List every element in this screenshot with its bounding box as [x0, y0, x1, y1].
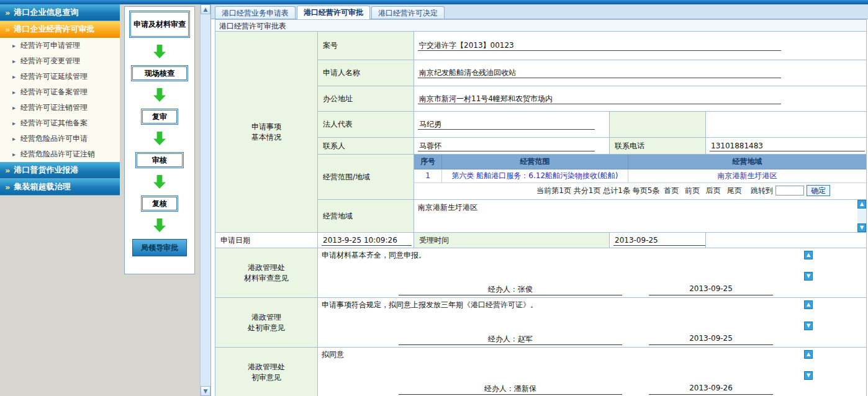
- first-review-opinion-text[interactable]: 申请事项符合规定，拟同意上报发放三年期《港口经营许可证》。 ▲ ▼: [318, 298, 866, 332]
- cell-no: 1: [414, 169, 442, 183]
- sidebar-item-label: 经营许可证注销管理: [20, 102, 88, 113]
- sidebar-item-label: 集装箱超载治理: [14, 181, 70, 192]
- material-review-opinion-row: 港政管理处 材料审查意见 申请材料基本齐全，同意申报。 ▲ ▼ 经办人：张俊 2…: [215, 248, 867, 298]
- opinion-date-field[interactable]: 2013-09-25: [649, 334, 773, 345]
- workflow-zone: 申请及材料审查 现场核查 复审 审核 复核 局领导审批: [120, 4, 200, 396]
- sidebar-item-license-other-filing[interactable]: ▸ 经营许可证其他备案: [0, 115, 120, 131]
- legal-representative-field[interactable]: 马纪勇: [418, 119, 595, 130]
- second-review-opinion-label: 港政管理处 初审意见: [215, 348, 318, 396]
- page-title: 港口经营许可审批表: [215, 19, 867, 32]
- scope-table-row[interactable]: 1 第六类 船舶港口服务：6.12船舶污染物接收(船舶) 南京港新生圩港区: [414, 169, 866, 183]
- jump-confirm-button[interactable]: 确定: [807, 185, 830, 196]
- case-number-label: 案号: [318, 32, 414, 60]
- accept-time-field[interactable]: 2013-09-25: [613, 235, 705, 246]
- flow-step-review[interactable]: 复核: [141, 196, 178, 212]
- tab-license-decision[interactable]: 港口经营许可决定: [371, 6, 445, 19]
- sidebar-item-general-cargo-report[interactable]: » 港口普货作业报港: [0, 162, 120, 179]
- sidebar-item-license-approval-group[interactable]: » 港口企业经营许可审批: [0, 21, 120, 38]
- sidebar-item-license-application-mgmt[interactable]: ▸ 经营许可申请管理: [0, 38, 120, 53]
- sidebar-item-dangerous-goods-cancel[interactable]: ▸ 经营危险品许可证注销: [0, 146, 120, 162]
- scroll-up-icon[interactable]: ▲: [804, 251, 813, 259]
- section-label-basic-info: 申请事项 基本情况: [215, 32, 318, 233]
- pagination-first[interactable]: 首页: [664, 186, 679, 195]
- double-arrow-icon: »: [5, 166, 10, 175]
- operator-field[interactable]: 经办人：张俊: [399, 284, 622, 295]
- pagination-next[interactable]: 后页: [706, 186, 721, 195]
- sidebar-item-label: 港口企业经营许可审批: [14, 24, 94, 35]
- second-review-opinion-text[interactable]: 拟同意 ▲ ▼: [318, 348, 866, 382]
- phone-label: 联系电话: [610, 138, 706, 155]
- scope-row: 经营范围/地域 序号 经营范围 经营地域 1 第六类 船舶港口服务：6.12船舶…: [318, 155, 867, 200]
- accept-time-label: 受理时间: [414, 233, 610, 248]
- scope-table-header: 序号 经营范围 经营地域: [414, 155, 866, 169]
- scroll-down-icon[interactable]: ▼: [804, 322, 813, 330]
- legal-representative-row: 法人代表 马纪勇: [318, 112, 867, 138]
- flow-down-arrow-icon: [153, 45, 166, 58]
- operator-field[interactable]: 经办人：潘新保: [399, 384, 622, 395]
- scroll-up-icon[interactable]: ▲: [201, 4, 210, 14]
- vertical-scrollbar[interactable]: ▲ ▼: [200, 4, 210, 396]
- scrollbar-track[interactable]: [201, 14, 210, 386]
- operator-label: 经办人：: [488, 285, 518, 294]
- sidebar-item-license-renewal-mgmt[interactable]: ▸ 经营许可证延续管理: [0, 69, 120, 84]
- tab-business-application-form[interactable]: 港口经营业务申请表: [215, 6, 296, 19]
- applicant-label: 申请人名称: [318, 60, 414, 86]
- sidebar-filler: [0, 196, 120, 382]
- scroll-down-icon[interactable]: ▼: [857, 223, 866, 232]
- jump-to-label: 跳转到: [751, 186, 773, 196]
- applicant-field[interactable]: 南京纪发船舶清仓残油回收站: [418, 68, 781, 78]
- flow-step-material-review[interactable]: 申请及材料审查: [129, 11, 190, 38]
- scroll-down-icon[interactable]: ▼: [804, 272, 813, 281]
- scroll-down-icon[interactable]: ▼: [201, 386, 210, 396]
- business-area-field[interactable]: 南京港新生圩港区 ▲ ▼: [414, 200, 867, 233]
- flow-step-recheck[interactable]: 复审: [141, 109, 178, 125]
- operator-name: 赵军: [518, 335, 533, 343]
- arrow-bullet-icon: ▸: [12, 120, 16, 127]
- operator-field[interactable]: 经办人：赵军: [399, 334, 622, 345]
- case-number-field[interactable]: 宁交港许字【2013】00123: [418, 40, 781, 51]
- first-review-opinion-row: 港政管理 处初审意见 申请事项符合规定，拟同意上报发放三年期《港口经营许可证》。…: [215, 298, 867, 348]
- flow-down-arrow-icon: [153, 175, 166, 189]
- sidebar-item-dangerous-goods-application[interactable]: ▸ 经营危险品许可申请: [0, 131, 120, 146]
- business-area-label: 经营地域: [318, 200, 414, 233]
- office-address-label: 办公地址: [318, 86, 414, 112]
- material-review-opinion-text[interactable]: 申请材料基本齐全，同意申报。 ▲ ▼: [318, 248, 866, 282]
- sidebar-item-enterprise-info-query[interactable]: » 港口企业信息查询: [0, 4, 120, 21]
- tab-license-approval[interactable]: 港口经营许可审批: [297, 6, 370, 19]
- opinion-scrollbar[interactable]: ▲ ▼: [804, 251, 813, 281]
- jump-page-input[interactable]: [775, 186, 804, 196]
- apply-date-field[interactable]: 2013-9-25 10:09:26: [322, 235, 412, 246]
- sidebar-item-label: 经营危险品许可申请: [20, 133, 88, 144]
- workflow-panel: 申请及材料审查 现场核查 复审 审核 复核 局领导审批: [124, 6, 195, 274]
- office-address-field[interactable]: 南京市新河一村11号4幢郑和农贸市场内: [418, 94, 781, 104]
- flow-down-arrow-icon: [153, 88, 166, 102]
- sidebar-item-container-overload[interactable]: » 集装箱超载治理: [0, 179, 120, 196]
- double-arrow-icon: »: [5, 8, 10, 17]
- sidebar-item-label: 港口普货作业报港: [14, 164, 78, 176]
- sidebar-item-license-cancel-mgmt[interactable]: ▸ 经营许可证注销管理: [0, 100, 120, 115]
- pagination-last[interactable]: 尾页: [727, 186, 742, 195]
- flow-step-leader-approval[interactable]: 局领导审批: [132, 239, 187, 256]
- scroll-up-icon[interactable]: ▲: [804, 300, 813, 309]
- opinion-date-field[interactable]: 2013-09-25: [649, 284, 773, 295]
- phone-field[interactable]: 13101881483: [710, 141, 865, 151]
- sidebar-item-label: 经营许可证其他备案: [20, 118, 88, 128]
- opinion-scrollbar[interactable]: ▲ ▼: [804, 350, 813, 380]
- operator-label: 经办人：: [488, 335, 518, 343]
- area-scrollbar[interactable]: ▲ ▼: [857, 200, 866, 232]
- sidebar-item-license-filing-mgmt[interactable]: ▸ 经营许可证备案管理: [0, 84, 120, 100]
- scroll-down-icon[interactable]: ▼: [804, 371, 813, 380]
- contact-field[interactable]: 马蓉怀: [418, 141, 595, 151]
- sidebar-item-label: 经营许可申请管理: [20, 40, 80, 51]
- pagination-prev[interactable]: 前页: [685, 186, 700, 195]
- sidebar-nav: » 港口企业信息查询 » 港口企业经营许可审批 ▸ 经营许可申请管理 ▸ 经营许…: [0, 4, 120, 396]
- flow-step-audit[interactable]: 审核: [135, 152, 184, 168]
- opinion-date-field[interactable]: 2013-09-26: [649, 384, 773, 395]
- flow-step-site-check[interactable]: 现场核查: [131, 65, 188, 81]
- office-address-row: 办公地址 南京市新河一村11号4幢郑和农贸市场内: [318, 86, 867, 112]
- arrow-bullet-icon: ▸: [12, 135, 16, 142]
- scroll-up-icon[interactable]: ▲: [804, 350, 813, 359]
- scroll-up-icon[interactable]: ▲: [857, 200, 866, 209]
- opinion-scrollbar[interactable]: ▲ ▼: [804, 300, 813, 330]
- sidebar-item-license-change-mgmt[interactable]: ▸ 经营许可变更管理: [0, 53, 120, 69]
